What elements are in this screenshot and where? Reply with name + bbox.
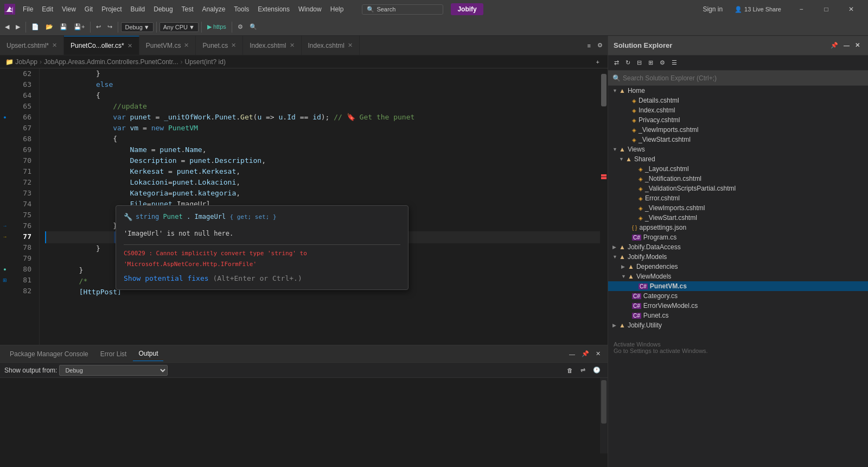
breadcrumb-namespace[interactable]: JobApp.Areas.Admin.Controllers.PunetCont… — [44, 58, 178, 66]
toolbar-new-file[interactable]: 📄 — [29, 22, 42, 32]
menu-help[interactable]: Help — [326, 3, 348, 15]
tree-error[interactable]: ◈ Error.cshtml — [608, 193, 868, 203]
tree-details-cshtml[interactable]: ◈ Details.cshtml — [608, 96, 868, 105]
toolbar-open-file[interactable]: 📂 — [43, 22, 56, 32]
toolbar-undo[interactable]: ↩ — [93, 22, 104, 32]
output-wrap[interactable]: ⇌ — [578, 365, 588, 375]
tree-views[interactable]: ▼ ▲ Views — [608, 144, 868, 154]
tree-program[interactable]: C# Program.cs — [608, 232, 868, 242]
toolbar-forward-btn[interactable]: ▶ — [13, 22, 23, 32]
menu-debug[interactable]: Debug — [149, 3, 177, 15]
toolbar-save[interactable]: 💾 — [57, 22, 70, 32]
maximize-button[interactable]: □ — [814, 0, 839, 18]
tabs-scroll-left[interactable]: ≡ — [585, 41, 593, 51]
output-pin[interactable]: 📌 — [579, 349, 592, 359]
menu-edit[interactable]: Edit — [37, 3, 58, 15]
tree-errorviewmodel[interactable]: C# ErrorViewModel.cs — [608, 301, 868, 311]
close-button[interactable]: ✕ — [839, 0, 864, 18]
tree-viewstart-shared[interactable]: ◈ _ViewStart.cshtml — [608, 213, 868, 223]
tab-index1[interactable]: Index.cshtml ✕ — [243, 36, 301, 55]
menu-window[interactable]: Window — [294, 3, 326, 15]
tab-index2[interactable]: Index.cshtml ✕ — [302, 36, 360, 55]
sign-in-button[interactable]: Sign in — [698, 3, 727, 15]
tab-punet-close[interactable]: ✕ — [231, 42, 236, 49]
tab-index2-close[interactable]: ✕ — [348, 42, 353, 49]
output-source-select[interactable]: Debug — [59, 365, 168, 376]
menu-git[interactable]: Git — [80, 3, 97, 15]
toolbar-back-btn[interactable]: ◀ — [2, 22, 12, 32]
se-settings[interactable]: ⚙ — [657, 58, 668, 68]
se-minimize[interactable]: — — [841, 41, 852, 51]
toolbar-redo[interactable]: ↪ — [105, 22, 115, 32]
se-filter[interactable]: ⊞ — [646, 58, 656, 68]
se-sync[interactable]: ⇄ — [611, 58, 622, 68]
breadcrumb-project[interactable]: 📁 JobApp — [5, 58, 37, 66]
v-scrollbar-thumb[interactable] — [601, 74, 607, 106]
tab-upsert-close[interactable]: ✕ — [52, 42, 57, 49]
code-editor[interactable]: } else { //update var punet = _unitOfWor… — [40, 68, 600, 351]
tree-shared[interactable]: ▼ ▲ Shared — [608, 154, 868, 164]
validationscripts-icon: ◈ — [639, 186, 643, 192]
output-filter[interactable]: 🕐 — [590, 365, 603, 375]
toolbar-save-all[interactable]: 💾+ — [71, 22, 87, 32]
tooltip-fix-link[interactable]: Show potential fixes (Alt+Enter or Ctrl+… — [124, 273, 400, 284]
toolbar-extra2[interactable]: 🔍 — [247, 22, 260, 32]
menu-tools[interactable]: Tools — [229, 3, 253, 15]
tree-punet[interactable]: C# Punet.cs — [608, 311, 868, 320]
se-pin[interactable]: 📌 — [828, 40, 841, 51]
se-collapse[interactable]: ⊟ — [634, 58, 644, 68]
menu-build[interactable]: Build — [126, 3, 150, 15]
output-scroll-thumb[interactable] — [601, 380, 607, 424]
tree-viewmodels[interactable]: ▼ ▲ ViewModels — [608, 272, 868, 281]
run-button[interactable]: ▶ https — [205, 22, 229, 32]
tree-punetvm[interactable]: C# PunetVM.cs — [608, 281, 868, 291]
tree-layout[interactable]: ◈ _Layout.cshtml — [608, 164, 868, 174]
tree-index-home[interactable]: ◈ Index.cshtml — [608, 105, 868, 115]
tree-privacy[interactable]: ◈ Privacy.cshtml — [608, 115, 868, 125]
tree-dependencies[interactable]: ▶ ▲ Dependencies — [608, 262, 868, 272]
minimize-button[interactable]: − — [789, 0, 814, 18]
output-close[interactable]: ✕ — [593, 349, 603, 359]
tab-punet[interactable]: Punet.cs ✕ — [196, 36, 243, 55]
output-minimize[interactable]: — — [566, 349, 578, 359]
live-share-button[interactable]: 👤 13 Live Share — [730, 4, 786, 15]
output-clear[interactable]: 🗑 — [564, 365, 576, 375]
output-tab-output[interactable]: Output — [133, 346, 163, 361]
tree-validationscripts[interactable]: ◈ _ValidationScriptsPartial.cshtml — [608, 184, 868, 193]
tabs-settings[interactable]: ⚙ — [595, 40, 605, 51]
menu-test[interactable]: Test — [177, 3, 198, 15]
menu-analyze[interactable]: Analyze — [198, 3, 230, 15]
right-scroll-gutter[interactable] — [600, 68, 608, 351]
tree-notification[interactable]: ◈ _Notification.cshtml — [608, 174, 868, 184]
tree-appsettings[interactable]: { } appsettings.json — [608, 223, 868, 232]
tree-models[interactable]: ▼ ▲ Jobify.Models — [608, 252, 868, 262]
menu-file[interactable]: File — [18, 3, 37, 15]
tree-dataaccess[interactable]: ▶ ▲ Jobify.DataAccess — [608, 242, 868, 252]
se-close[interactable]: ✕ — [852, 40, 863, 51]
tree-viewimports-shared[interactable]: ◈ _ViewImports.cshtml — [608, 203, 868, 213]
output-tab-pkgmgr[interactable]: Package Manager Console — [4, 347, 94, 361]
tree-viewimports-home[interactable]: ◈ _ViewImports.cshtml — [608, 125, 868, 135]
tree-category[interactable]: C# Category.cs — [608, 291, 868, 301]
breadcrumb-method[interactable]: Upsert(int? id) — [185, 58, 226, 66]
tab-punetvm[interactable]: PunetVM.cs ✕ — [139, 36, 196, 55]
title-search-box[interactable]: 🔍 Search — [362, 4, 443, 15]
tab-punetcontroller[interactable]: PunetCo...oller.cs* ✕ — [64, 36, 139, 55]
breadcrumb-expand[interactable]: + — [593, 57, 602, 67]
output-tab-errorlist[interactable]: Error List — [95, 347, 132, 361]
se-search-input[interactable] — [623, 74, 864, 82]
tree-home[interactable]: ▼ ▲ Home — [608, 86, 868, 96]
tab-upsert[interactable]: Upsert.cshtml* ✕ — [0, 36, 64, 55]
tab-punetvm-close[interactable]: ✕ — [184, 42, 189, 49]
tree-utility[interactable]: ▶ ▲ Jobify.Utility — [608, 320, 868, 330]
toolbar-extra1[interactable]: ⚙ — [235, 22, 246, 32]
se-view[interactable]: ☰ — [669, 58, 680, 68]
menu-view[interactable]: View — [58, 3, 80, 15]
menu-project[interactable]: Project — [97, 3, 126, 15]
se-refresh[interactable]: ↻ — [623, 58, 633, 68]
tree-viewstart-home[interactable]: ◈ _ViewStart.cshtml — [608, 135, 868, 144]
menu-extensions[interactable]: Extensions — [253, 3, 294, 15]
tab-punetcontroller-close[interactable]: ✕ — [127, 42, 132, 49]
output-scrollbar[interactable] — [600, 378, 608, 453]
tab-index1-close[interactable]: ✕ — [290, 42, 295, 49]
